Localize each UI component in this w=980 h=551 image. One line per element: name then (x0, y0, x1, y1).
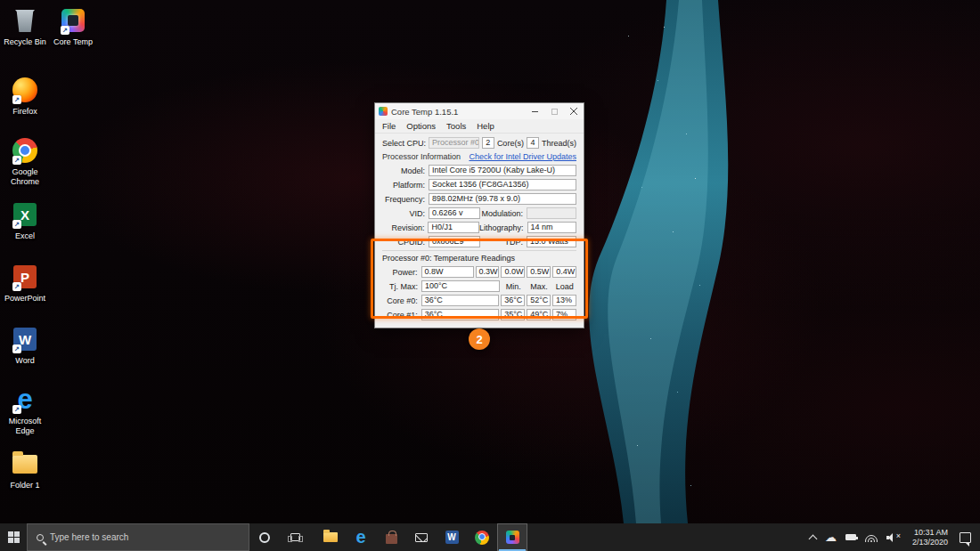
folder-icon (10, 449, 40, 479)
tdp-label: TDP: (480, 238, 527, 247)
shortcut-arrow-icon (12, 405, 21, 414)
powerpoint-icon (10, 262, 40, 292)
taskbar-store[interactable] (376, 523, 406, 551)
desktop-icon-core-temp[interactable]: Core Temp (48, 5, 98, 47)
shortcut-arrow-icon (61, 26, 69, 35)
taskbar-file-explorer[interactable] (315, 523, 346, 551)
tjmax-field: 100°C (421, 280, 500, 292)
step-badge: 2 (469, 328, 490, 350)
action-center-button[interactable] (955, 523, 980, 551)
onedrive-button[interactable] (821, 523, 841, 551)
desktop-icon-recycle-bin[interactable]: Recycle Bin (0, 5, 50, 47)
menu-help[interactable]: Help (471, 121, 500, 131)
app-icon (379, 107, 388, 116)
temperature-section-title: Processor #0: Temperature Readings (382, 250, 576, 263)
store-icon (386, 534, 397, 544)
taskbar-clock[interactable]: 10:31 AM 2/13/2020 (905, 528, 955, 547)
cpuid-row: CPUID: 0x806E9 TDP: 15.0 Watts (382, 236, 576, 247)
revision-row: Revision: H0/J1 Lithography: 14 nm (382, 222, 576, 233)
desktop-icon-label: PowerPoint (0, 294, 50, 304)
menu-bar: File Options Tools Help (375, 119, 584, 134)
load-column-header: Load (552, 282, 576, 291)
threads-label: Thread(s) (542, 139, 576, 148)
desktop-icon-microsoft-edge[interactable]: Microsoft Edge (0, 385, 50, 436)
task-view-icon (290, 533, 300, 541)
model-label: Model: (382, 166, 429, 175)
min-column-header: Min. (502, 282, 526, 291)
desktop-icon-label: Microsoft Edge (0, 417, 50, 436)
menu-options[interactable]: Options (401, 121, 441, 131)
taskbar-edge[interactable] (346, 523, 376, 551)
desktop-icon-powerpoint[interactable]: PowerPoint (0, 262, 50, 304)
select-cpu-row: Select CPU: Processor #0 2 Core(s) 4 Thr… (382, 137, 576, 149)
core0-label: Core #0: (382, 296, 421, 305)
hidden-icons-button[interactable] (805, 523, 821, 551)
search-input[interactable]: Type here to search (27, 523, 249, 551)
frequency-field: 898.02MHz (99.78 x 9.0) (429, 193, 576, 205)
power-value-field: 0.5W (527, 266, 551, 278)
task-view-button[interactable] (280, 523, 310, 551)
lithography-field: 14 nm (527, 222, 576, 233)
platform-row: Platform: Socket 1356 (FC8GA1356) (382, 179, 576, 190)
core0-max-field: 52°C (527, 295, 551, 306)
close-icon (570, 108, 577, 115)
minimize-icon (532, 111, 538, 112)
taskbar-chrome[interactable] (467, 523, 497, 551)
chrome-icon (475, 531, 489, 545)
chevron-up-icon (809, 534, 818, 543)
select-cpu-label: Select CPU: (382, 139, 429, 148)
power-value-field: 0.4W (552, 266, 576, 278)
threads-count-field: 4 (527, 137, 539, 149)
cpu-select-dropdown[interactable]: Processor #0 (429, 137, 479, 149)
desktop-icon-folder-1[interactable]: Folder 1 (0, 449, 50, 490)
cortana-button[interactable] (249, 523, 280, 551)
tdp-field: 15.0 Watts (527, 236, 576, 247)
minimize-button[interactable] (525, 103, 544, 119)
desktop-icon-label: Firefox (0, 107, 50, 117)
desktop-icon-label: Word (0, 356, 50, 366)
network-icon (865, 533, 878, 542)
revision-label: Revision: (382, 223, 428, 232)
window-body: Select CPU: Processor #0 2 Core(s) 4 Thr… (375, 134, 584, 328)
maximize-button[interactable] (544, 103, 564, 119)
desktop-icon-firefox[interactable]: Firefox (0, 75, 50, 117)
platform-field: Socket 1356 (FC8GA1356) (429, 179, 576, 190)
clock-time: 10:31 AM (912, 528, 948, 538)
desktop-icon-label: Google Chrome (0, 167, 50, 187)
menu-tools[interactable]: Tools (441, 121, 471, 131)
close-button[interactable] (564, 103, 584, 119)
volume-muted-icon (886, 533, 901, 542)
max-column-header: Max. (527, 282, 551, 291)
title-bar[interactable]: Core Temp 1.15.1 (375, 103, 584, 119)
desktop-icon-excel[interactable]: Excel (0, 199, 50, 241)
taskbar-core-temp[interactable] (497, 523, 527, 551)
search-placeholder: Type here to search (50, 532, 128, 542)
core1-max-field: 49°C (527, 309, 551, 320)
taskbar-word[interactable] (437, 523, 467, 551)
desktop-icon-word[interactable]: Word (0, 324, 50, 366)
core0-min-field: 36°C (501, 295, 525, 306)
core-temp-icon (506, 531, 519, 544)
battery-button[interactable] (841, 523, 861, 551)
system-tray: 10:31 AM 2/13/2020 (805, 523, 980, 551)
chrome-icon (10, 135, 40, 166)
maximize-icon (551, 109, 558, 115)
vid-row: VID: 0.6266 v Modulation: (382, 207, 576, 219)
volume-button[interactable] (882, 523, 905, 551)
core1-row: Core #1: 36°C 35°C 49°C 7% (382, 309, 576, 320)
power-main-field: 0.8W (421, 266, 474, 278)
menu-file[interactable]: File (377, 121, 401, 131)
desktop-icon-google-chrome[interactable]: Google Chrome (0, 135, 50, 187)
mail-icon (415, 533, 428, 542)
frequency-label: Frequency: (382, 195, 429, 204)
modulation-label: Modulation: (480, 209, 527, 218)
shortcut-arrow-icon (12, 156, 21, 165)
shortcut-arrow-icon (12, 95, 21, 104)
taskbar: Type here to search 10:31 AM 2/13/2020 (0, 523, 980, 551)
start-button[interactable] (0, 523, 27, 551)
vid-field: 0.6266 v (429, 207, 480, 219)
edge-icon (355, 529, 365, 547)
network-button[interactable] (861, 523, 882, 551)
taskbar-mail[interactable] (406, 523, 437, 551)
driver-update-link[interactable]: Check for Intel Driver Updates (469, 152, 576, 161)
